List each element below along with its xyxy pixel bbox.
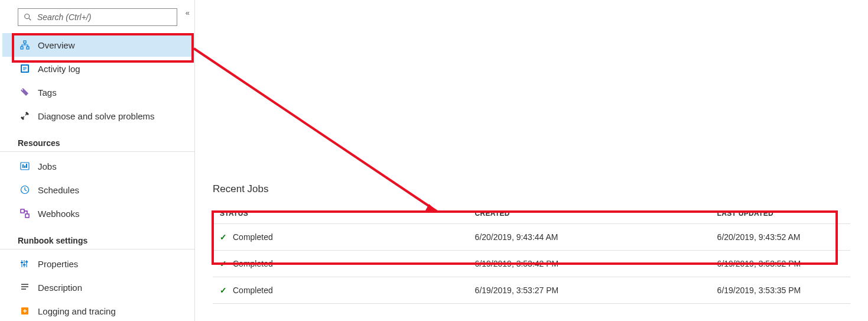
- svg-rect-17: [25, 214, 29, 218]
- section-header-runbook: Runbook settings: [0, 225, 194, 249]
- table-row[interactable]: ✓Completed 6/19/2019, 3:53:27 PM 6/19/20…: [213, 277, 850, 304]
- svg-line-1: [29, 18, 31, 20]
- col-updated[interactable]: LAST UPDATED: [710, 203, 850, 224]
- svg-rect-13: [24, 166, 25, 168]
- description-icon: [20, 283, 30, 292]
- svg-rect-16: [21, 209, 24, 213]
- svg-rect-23: [25, 261, 28, 262]
- svg-rect-14: [26, 164, 27, 168]
- sidebar-item-label: Activity log: [38, 64, 80, 74]
- webhook-icon: [20, 209, 30, 218]
- logging-icon: [20, 306, 30, 316]
- sidebar-item-label: Diagnose and solve problems: [38, 111, 155, 121]
- svg-rect-20: [26, 260, 27, 267]
- svg-rect-18: [21, 260, 22, 267]
- svg-point-10: [22, 89, 23, 90]
- status-value: Completed: [233, 232, 273, 242]
- sidebar-item-label: Webhooks: [38, 209, 80, 219]
- jobs-icon: [20, 161, 30, 171]
- sidebar-item-schedules[interactable]: Schedules: [2, 178, 192, 202]
- search-input[interactable]: [37, 12, 172, 22]
- sidebar-item-label: Overview: [38, 40, 75, 50]
- svg-rect-19: [24, 260, 25, 267]
- svg-point-0: [25, 14, 30, 19]
- sidebar-item-label: Tags: [38, 87, 57, 98]
- sidebar-item-overview[interactable]: Overview: [2, 33, 192, 57]
- sidebar-item-activity-log[interactable]: Activity log: [2, 57, 192, 80]
- sidebar-item-label: Jobs: [38, 161, 57, 171]
- log-icon: [20, 64, 30, 73]
- sidebar-item-webhooks[interactable]: Webhooks: [2, 202, 192, 225]
- sidebar-item-logging[interactable]: Logging and tracing: [2, 299, 192, 321]
- search-input-wrapper[interactable]: [18, 8, 177, 26]
- search-icon: [23, 12, 32, 22]
- updated-value: 6/20/2019, 9:43:52 AM: [710, 224, 850, 251]
- col-status[interactable]: STATUS: [213, 203, 468, 224]
- sidebar-item-diagnose[interactable]: Diagnose and solve problems: [2, 104, 192, 128]
- svg-rect-12: [22, 164, 24, 168]
- sidebar-item-tags[interactable]: Tags: [2, 80, 192, 104]
- sidebar-item-label: Description: [38, 283, 82, 293]
- svg-rect-4: [27, 47, 29, 49]
- created-value: 6/20/2019, 9:43:44 AM: [468, 224, 710, 251]
- check-icon: ✓: [220, 286, 227, 295]
- collapse-sidebar-icon[interactable]: «: [186, 8, 190, 17]
- sidebar-item-description[interactable]: Description: [2, 275, 192, 299]
- svg-rect-22: [23, 264, 25, 265]
- created-value: 6/19/2019, 3:53:27 PM: [468, 277, 710, 304]
- recent-jobs-heading: Recent Jobs: [213, 183, 850, 195]
- properties-icon: [20, 259, 30, 268]
- svg-rect-2: [24, 41, 26, 43]
- main-content: Recent Jobs STATUS CREATED LAST UPDATED …: [195, 0, 868, 321]
- sidebar-item-label: Properties: [38, 259, 78, 269]
- recent-jobs-table: STATUS CREATED LAST UPDATED ✓Completed 6…: [213, 203, 850, 304]
- sidebar-item-jobs[interactable]: Jobs: [2, 154, 192, 178]
- clock-icon: [20, 185, 30, 194]
- svg-rect-3: [21, 47, 23, 49]
- wrench-icon: [20, 111, 30, 121]
- check-icon: ✓: [220, 259, 227, 268]
- sitemap-icon: [20, 40, 30, 50]
- sidebar-item-label: Schedules: [38, 185, 79, 195]
- svg-rect-21: [21, 262, 23, 263]
- sidebar-item-label: Logging and tracing: [38, 306, 116, 316]
- table-row[interactable]: ✓Completed 6/19/2019, 3:53:42 PM 6/19/20…: [213, 251, 850, 277]
- status-value: Completed: [233, 259, 273, 268]
- created-value: 6/19/2019, 3:53:42 PM: [468, 251, 710, 277]
- section-header-resources: Resources: [0, 128, 194, 152]
- sidebar: « Overview Activity log Tags: [0, 0, 195, 321]
- table-row[interactable]: ✓Completed 6/20/2019, 9:43:44 AM 6/20/20…: [213, 224, 850, 251]
- tag-icon: [20, 87, 30, 97]
- check-icon: ✓: [220, 232, 227, 242]
- col-created[interactable]: CREATED: [468, 203, 710, 224]
- updated-value: 6/19/2019, 3:53:52 PM: [710, 251, 850, 277]
- updated-value: 6/19/2019, 3:53:35 PM: [710, 277, 850, 304]
- status-value: Completed: [233, 286, 273, 295]
- sidebar-item-properties[interactable]: Properties: [2, 252, 192, 275]
